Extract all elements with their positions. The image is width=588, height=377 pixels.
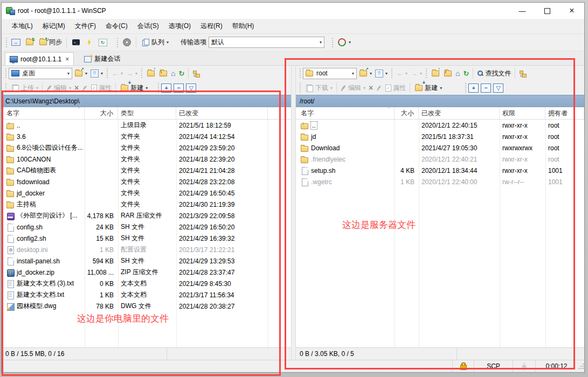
file-row[interactable]: Download2021/4/27 19:05:30rwxrwxrwxroot xyxy=(298,142,584,153)
local-drive-select[interactable]: 桌面 ▾ xyxy=(9,68,72,79)
file-row[interactable]: 主持稿文件夹2021/4/30 21:19:39 xyxy=(4,199,291,210)
preferences-button[interactable] xyxy=(120,37,134,48)
remote-path-bar[interactable]: /root/ xyxy=(296,95,584,107)
file-row[interactable]: .wgetrc1 KB2020/12/1 22:40:00rw-r--r--10… xyxy=(298,176,584,187)
file-row[interactable]: setup.sh4 KB2020/12/1 18:34:44rwxr-xr-x1… xyxy=(298,165,584,176)
file-row[interactable]: 《外部空间设计》 [...4,178 KBRAR 压缩文件2021/3/29 2… xyxy=(4,210,291,221)
menu-item[interactable]: 会话(S) xyxy=(133,19,164,33)
select-files-button[interactable]: + xyxy=(468,83,479,93)
file-row[interactable]: 6.8公顷公园设计任务...文件夹2021/4/29 23:59:20 xyxy=(4,142,291,153)
menu-item[interactable]: 帮助(H) xyxy=(227,19,259,33)
file-row[interactable]: jd_docker文件夹2021/4/29 16:50:45 xyxy=(4,187,291,199)
toolbar-grip[interactable] xyxy=(117,38,118,47)
maximize-button[interactable] xyxy=(535,3,559,18)
file-row[interactable]: ..2020/12/1 22:40:15rwxr-xr-xroot xyxy=(298,120,584,131)
remote-open-directory-button[interactable]: ↗▾ xyxy=(357,68,373,79)
file-row[interactable]: jd_docker.zip11,008 ...ZIP 压缩文件2021/4/28… xyxy=(4,267,291,278)
remote-directory-select[interactable]: root ▾ xyxy=(303,68,357,79)
open-terminal-button[interactable]: >_ xyxy=(69,37,82,48)
local-rename-button[interactable] xyxy=(80,84,89,92)
file-row[interactable]: desktop.ini1 KB配置设置2021/3/17 21:22:21 xyxy=(4,244,291,255)
column-header-size[interactable]: 大小 xyxy=(395,107,419,119)
file-row[interactable]: config.sh24 KBSH 文件2021/4/29 16:50:20 xyxy=(4,221,291,233)
remote-home-directory-button[interactable]: ⌂ xyxy=(454,69,461,77)
menu-item[interactable]: 远程(R) xyxy=(196,19,227,33)
menu-item[interactable]: 文件(F) xyxy=(70,19,101,33)
file-row[interactable]: jd2021/5/1 18:37:31rwxr-xr-xroot xyxy=(298,131,584,142)
local-filter-button[interactable]: ▽▾ xyxy=(89,68,105,79)
remote-refresh-button[interactable]: ↻ xyxy=(462,68,471,79)
select-files-button[interactable]: + xyxy=(161,83,171,93)
selection-filter-button[interactable]: ▽ xyxy=(186,83,196,93)
file-row[interactable]: 3.6文件夹2021/4/24 14:12:54 xyxy=(4,131,291,142)
remote-root-directory-button[interactable]: / xyxy=(441,68,454,79)
file-row[interactable]: install-panel.sh594 KBSH 文件2021/4/29 13:… xyxy=(4,255,291,267)
column-header-owner[interactable]: 拥有者 xyxy=(545,107,584,119)
menu-item[interactable]: 命令(C) xyxy=(101,19,133,33)
local-edit-button[interactable]: 编辑▾ xyxy=(45,82,73,94)
panel-splitter[interactable] xyxy=(291,66,296,360)
local-properties-button[interactable]: ✓属性 xyxy=(89,82,113,94)
remote-parent-directory-button[interactable]: ↑ xyxy=(429,68,441,79)
file-row[interactable]: .friendlyelec2020/12/1 22:40:21rwxr-xr-x… xyxy=(298,153,584,165)
refresh-session-button[interactable]: ↻ xyxy=(96,37,109,48)
transfer-mode-button[interactable]: ▾ xyxy=(335,37,353,48)
column-header-name[interactable]: 名字ˇ xyxy=(298,107,395,119)
compare-directories-button[interactable]: ↔ xyxy=(9,37,23,48)
remote-edit-button[interactable]: 编辑▾ xyxy=(339,82,367,94)
menu-item[interactable]: 标记(M) xyxy=(38,19,70,33)
local-home-directory-button[interactable]: ⌂ xyxy=(169,69,177,77)
toolbar-grip[interactable] xyxy=(426,68,427,78)
toolbar-grip[interactable] xyxy=(5,83,6,93)
local-back-button[interactable]: ←▾ xyxy=(110,68,124,79)
local-refresh-button[interactable]: ↻ xyxy=(177,68,186,79)
console-command-button[interactable] xyxy=(82,37,96,48)
toolbar-grip[interactable] xyxy=(6,38,7,47)
column-header-perm[interactable]: 权限 xyxy=(500,107,545,119)
toolbar-grip[interactable] xyxy=(465,83,466,93)
remote-new-button[interactable]: +新建▾ xyxy=(412,82,444,94)
column-header-size[interactable]: 大小 xyxy=(85,107,118,119)
remote-back-button[interactable]: ←▾ xyxy=(395,68,409,79)
toolbar-grip[interactable] xyxy=(158,83,159,93)
upload-button[interactable]: 上传▾ xyxy=(9,82,40,94)
remote-delete-button[interactable]: × xyxy=(367,83,375,92)
minimize-button[interactable]: — xyxy=(510,3,535,18)
toolbar-grip[interactable] xyxy=(107,68,108,78)
tab-close-icon[interactable]: × xyxy=(65,55,69,63)
file-row[interactable]: fsdownload文件夹2021/4/28 23:22:08 xyxy=(4,176,291,187)
toolbar-grip[interactable] xyxy=(332,38,333,47)
remote-properties-button[interactable]: ✓属性 xyxy=(384,82,407,94)
toolbar-grip[interactable] xyxy=(300,68,301,78)
local-new-button[interactable]: +新建▾ xyxy=(118,82,149,94)
local-path-bar[interactable]: C:\Users\Wangz\Desktop\ xyxy=(2,95,291,107)
selection-filter-button[interactable]: ▽ xyxy=(493,83,503,93)
toolbar-grip[interactable] xyxy=(5,68,6,78)
remote-filter-button[interactable]: ▽▾ xyxy=(373,68,389,79)
file-row[interactable]: CAD植物图表文件夹2021/4/21 21:04:28 xyxy=(4,165,291,176)
download-button[interactable]: 下载▾ xyxy=(303,82,334,94)
menu-item[interactable]: 选项(O) xyxy=(164,19,196,33)
column-header-name[interactable]: 名字ˆ xyxy=(4,107,85,119)
local-parent-directory-button[interactable]: ↑ xyxy=(144,68,157,79)
queue-button[interactable]: 队列▾ xyxy=(139,36,171,48)
menu-item[interactable]: 本地(L) xyxy=(7,19,38,33)
remote-forward-button[interactable]: →▾ xyxy=(409,68,424,79)
transfer-preset-select[interactable]: 默认▾ xyxy=(209,37,324,48)
local-delete-button[interactable]: × xyxy=(73,83,80,92)
toolbar-grip[interactable] xyxy=(391,68,392,78)
remote-rename-button[interactable] xyxy=(375,84,384,92)
local-root-directory-button[interactable]: \ xyxy=(157,68,169,79)
file-row[interactable]: 新建文本文档.txt1 KB文本文档2021/3/17 11:56:34 xyxy=(4,289,291,301)
tab-new-session[interactable]: 新建会话 xyxy=(79,52,125,65)
remote-tree-button[interactable] xyxy=(517,69,528,78)
unselect-files-button[interactable]: − xyxy=(174,83,184,93)
toolbar-grip[interactable] xyxy=(300,83,301,93)
file-row[interactable]: ..上级目录2021/5/1 18:12:59 xyxy=(4,120,291,131)
file-row[interactable]: 新建文本文档 (3).txt0 KB文本文档2021/4/29 8:45:30 xyxy=(4,278,291,289)
synchronize-browsing-button[interactable]: ⇅ xyxy=(23,37,36,48)
synchronize-button[interactable]: ↻同步 xyxy=(36,36,64,48)
file-row[interactable]: 100CANON文件夹2021/4/18 22:39:20 xyxy=(4,153,291,165)
close-button[interactable]: × xyxy=(559,3,584,18)
toolbar-grip[interactable] xyxy=(141,68,142,78)
